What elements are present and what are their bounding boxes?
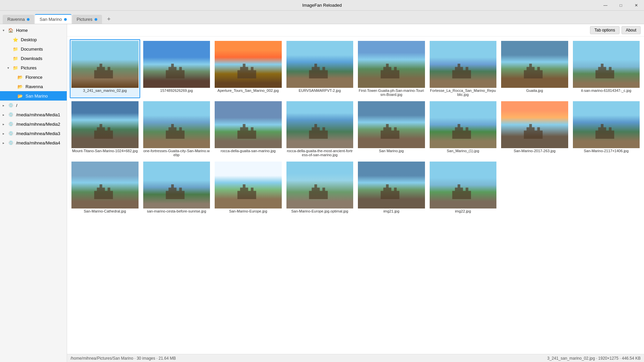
sidebar-item-label: /media/mihnea/Media3 bbox=[16, 131, 60, 136]
image-item[interactable]: San Marino.jpg bbox=[356, 100, 427, 159]
tab-sanmarino-dot bbox=[64, 18, 67, 21]
image-filename: img22.jpg bbox=[455, 209, 471, 213]
sidebar-item-documents[interactable]: 📁 Documents bbox=[0, 44, 67, 54]
sidebar-item-root[interactable]: ▸ 💿 / bbox=[0, 101, 67, 110]
image-item[interactable]: it-san-marino-61814347-_c.jpg bbox=[571, 39, 642, 98]
chevron-icon: ▸ bbox=[3, 122, 7, 126]
documents-folder-icon: 📁 bbox=[12, 46, 19, 52]
close-button[interactable]: ✕ bbox=[629, 0, 644, 11]
image-filename: EURVSANMARPVT-2.jpg bbox=[299, 88, 341, 93]
sidebar-item-home[interactable]: ▾ 🏠 Home bbox=[0, 25, 67, 35]
image-item[interactable]: img22.jpg bbox=[428, 160, 498, 215]
image-item[interactable]: EURVSANMARPVT-2.jpg bbox=[285, 39, 355, 98]
image-item[interactable]: Aperture_Tours_San_Marino_002.jpg bbox=[213, 39, 283, 98]
image-filename: rocca-della-guaita-san-marino.jpg bbox=[221, 149, 276, 153]
image-thumbnail bbox=[215, 101, 282, 148]
image-filename: Mount-Titano-San-Marino-1024×682.jpg bbox=[72, 149, 138, 153]
image-filename: img21.jpg bbox=[383, 209, 399, 213]
sidebar-item-downloads[interactable]: 📁 Downloads bbox=[0, 54, 67, 63]
image-thumbnail bbox=[215, 162, 282, 208]
tab-ravenna[interactable]: Ravenna bbox=[3, 15, 34, 24]
image-thumbnail bbox=[430, 101, 497, 148]
add-tab-button[interactable]: + bbox=[104, 14, 114, 24]
image-item[interactable]: Fortesse_La_Rocca_San_Marino_Republic.jp… bbox=[428, 39, 498, 98]
sidebar-item-ravenna[interactable]: 📂 Ravenna bbox=[0, 82, 67, 91]
florence-folder-icon: 📂 bbox=[17, 74, 23, 80]
about-button[interactable]: About bbox=[622, 26, 641, 34]
image-thumbnail bbox=[430, 162, 497, 208]
image-filename: Guaita.jpg bbox=[526, 88, 543, 93]
tab-options-button[interactable]: Tab options bbox=[590, 26, 619, 34]
image-filename: it-san-marino-61814347-_c.jpg bbox=[581, 88, 631, 93]
image-thumbnail bbox=[430, 41, 497, 88]
disk-icon: 💿 bbox=[7, 139, 14, 146]
disk-icon: 💿 bbox=[7, 111, 14, 118]
sidebar-item-media1[interactable]: ▸ 💿 /media/mihnea/Media1 bbox=[0, 110, 67, 119]
sidebar-item-media3[interactable]: ▸ 💿 /media/mihnea/Media3 bbox=[0, 129, 67, 138]
disk-icon: 💿 bbox=[7, 121, 14, 127]
image-filename: First-Tower-Guaita-ph-San-marino-Tourism… bbox=[358, 88, 425, 97]
image-filename: San-Marino-2017-263.jpg bbox=[514, 149, 555, 153]
tab-pictures[interactable]: Pictures bbox=[72, 15, 102, 24]
image-thumbnail bbox=[286, 41, 354, 88]
image-item[interactable]: 1574892626269.jpg bbox=[142, 39, 212, 98]
image-filename: san-marino-cesta-before-sunrise.jpg bbox=[147, 209, 206, 213]
chevron-icon: ▸ bbox=[3, 141, 7, 145]
disk-icon: 💿 bbox=[7, 130, 14, 137]
image-thumbnail bbox=[358, 41, 425, 88]
sidebar-item-media4[interactable]: ▸ 💿 /media/mihnea/Media4 bbox=[0, 138, 67, 147]
sidebar-item-media2[interactable]: ▸ 💿 /media/mihnea/Media2 bbox=[0, 119, 67, 129]
sidebar-item-florence[interactable]: 📂 Florence bbox=[0, 72, 67, 82]
image-item[interactable]: San-Marino-2117×1406.jpg bbox=[571, 100, 642, 159]
image-item[interactable]: San-Marino-Europe.jpg bbox=[213, 160, 283, 215]
sidebar-item-label: / bbox=[16, 103, 17, 108]
sidebar-item-sanmarino[interactable]: 📂 San Marino bbox=[0, 91, 67, 101]
image-filename: San-Marino-2117×1406.jpg bbox=[584, 149, 629, 153]
image-item[interactable]: San-Marino-Cathedral.jpg bbox=[70, 160, 140, 215]
image-item[interactable]: San-Marino-2017-263.jpg bbox=[499, 100, 570, 159]
image-thumbnail bbox=[71, 162, 139, 208]
image-item[interactable]: 3_241_san_marino_02.jpg bbox=[70, 39, 140, 98]
tab-sanmarino[interactable]: San Marino bbox=[35, 14, 71, 24]
sidebar-item-label: /media/mihnea/Media4 bbox=[16, 140, 60, 145]
content-area: Tab options About 3_241_san_marino_02.jp… bbox=[67, 24, 644, 362]
tab-bar: Ravenna San Marino Pictures + bbox=[0, 11, 644, 24]
sidebar-item-label: Home bbox=[16, 28, 28, 33]
sidebar-item-desktop[interactable]: ⭐ Desktop bbox=[0, 35, 67, 44]
image-item[interactable]: img21.jpg bbox=[356, 160, 427, 215]
image-thumbnail bbox=[501, 41, 568, 88]
pictures-folder-icon: 📁 bbox=[12, 64, 19, 71]
image-item[interactable]: San_Marino_(1).jpg bbox=[428, 100, 498, 159]
image-thumbnail bbox=[358, 101, 425, 148]
chevron-icon: ▸ bbox=[3, 113, 7, 117]
chevron-icon: ▾ bbox=[3, 28, 7, 32]
sidebar-item-label: /media/mihnea/Media1 bbox=[16, 112, 60, 117]
image-filename: San-Marino-Europe.jpg bbox=[229, 209, 267, 213]
tab-pictures-label: Pictures bbox=[77, 17, 93, 22]
image-item[interactable]: san-marino-cesta-before-sunrise.jpg bbox=[142, 160, 212, 215]
downloads-folder-icon: 📁 bbox=[12, 55, 19, 62]
image-filename: San-Marino-Europe.jpg.optimal.jpg bbox=[291, 209, 348, 213]
image-thumbnail bbox=[143, 41, 210, 88]
sidebar-item-label: Documents bbox=[21, 47, 43, 52]
sanmarino-folder-icon: 📂 bbox=[17, 93, 23, 99]
image-item[interactable]: rocca-della-guaita-san-marino.jpg bbox=[213, 100, 283, 159]
image-filename: one-fortresses-Guaita-city-San-Marino.we… bbox=[143, 149, 210, 157]
image-item[interactable]: rocca-della-guaita-the-most-ancient-fort… bbox=[285, 100, 355, 159]
image-thumbnail bbox=[286, 162, 354, 208]
image-item[interactable]: Guaita.jpg bbox=[499, 39, 570, 98]
image-thumbnail bbox=[501, 101, 568, 148]
image-filename: San-Marino-Cathedral.jpg bbox=[84, 209, 126, 213]
app-title: ImageFan Reloaded bbox=[302, 3, 342, 8]
image-item[interactable]: First-Tower-Guaita-ph-San-marino-Tourism… bbox=[356, 39, 427, 98]
image-item[interactable]: Mount-Titano-San-Marino-1024×682.jpg bbox=[70, 100, 140, 159]
disk-icon: 💿 bbox=[7, 102, 14, 109]
sidebar-item-pictures[interactable]: ▾ 📁 Pictures bbox=[0, 63, 67, 72]
image-item[interactable]: San-Marino-Europe.jpg.optimal.jpg bbox=[285, 160, 355, 215]
image-filename: Aperture_Tours_San_Marino_002.jpg bbox=[217, 88, 279, 93]
minimize-button[interactable]: — bbox=[598, 0, 613, 11]
sidebar-item-label: /media/mihnea/Media2 bbox=[16, 122, 60, 127]
maximize-button[interactable]: □ bbox=[613, 0, 629, 11]
image-item[interactable]: one-fortresses-Guaita-city-San-Marino.we… bbox=[142, 100, 212, 159]
sidebar-item-label: Downloads bbox=[21, 56, 42, 61]
